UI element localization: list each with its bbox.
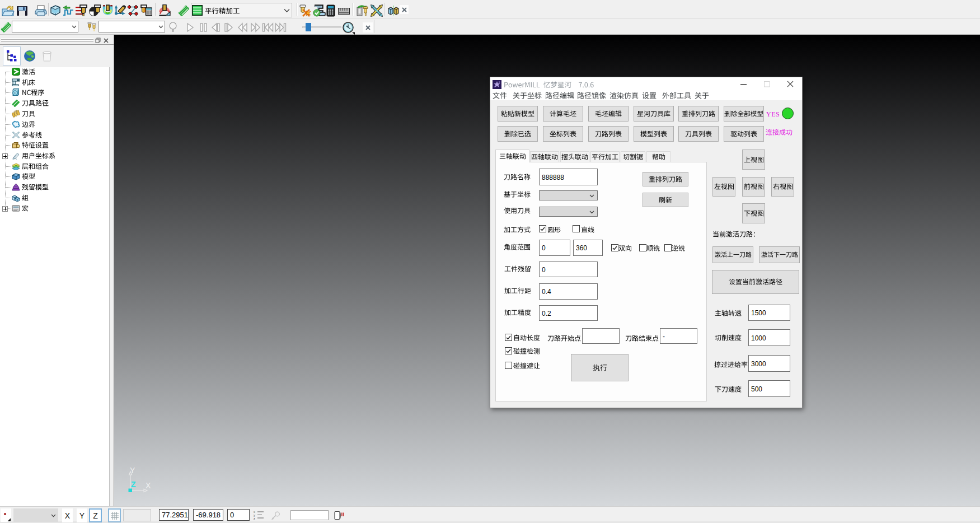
svg-text:z: z [254,517,255,520]
